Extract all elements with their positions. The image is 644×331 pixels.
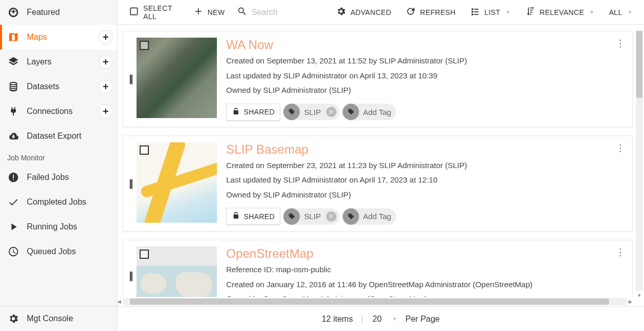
add-dataset-button[interactable]: +: [98, 79, 113, 94]
sidebar-item-featured[interactable]: Featured: [0, 0, 117, 25]
caret-down-icon: ▼: [505, 9, 511, 15]
list-view-dropdown[interactable]: LIST ▼: [464, 3, 517, 21]
card-menu-icon[interactable]: ⋮: [616, 142, 625, 154]
plus-icon: [193, 6, 204, 18]
sidebar-label: Failed Jobs: [27, 173, 69, 182]
plug-icon: [7, 105, 20, 118]
updated-text: Last updated by SLIP Administrator on Ap…: [226, 174, 624, 186]
scrollbar-thumb[interactable]: [130, 299, 609, 305]
sidebar-item-failed-jobs[interactable]: Failed Jobs: [0, 165, 117, 190]
map-thumbnail[interactable]: [137, 142, 217, 223]
sidebar-label: Queued Jobs: [27, 247, 76, 256]
scroll-down-icon[interactable]: ▼: [636, 292, 643, 299]
refresh-label: REFRESH: [420, 8, 455, 16]
list-icon: [470, 6, 480, 18]
add-map-button[interactable]: +: [98, 30, 113, 44]
play-icon: [7, 221, 20, 233]
sidebar-item-dataset-export[interactable]: Dataset Export: [0, 124, 117, 148]
remove-tag-icon[interactable]: ✕: [326, 107, 336, 117]
owned-text: Owned by OpenStreetMap Administrator (Op…: [226, 293, 624, 297]
card-menu-icon[interactable]: ⋮: [616, 38, 625, 49]
gear-icon: [336, 6, 346, 18]
add-tag-chip[interactable]: Add Tag: [343, 208, 397, 225]
map-card[interactable]: ∥ SLIP Basemap Created on September 23, …: [123, 136, 633, 232]
per-page-value[interactable]: 20: [371, 315, 383, 324]
sidebar-item-connections[interactable]: Connections +: [0, 99, 117, 124]
add-tag-label: Add Tag: [359, 108, 397, 117]
select-checkbox[interactable]: [140, 145, 149, 155]
sidebar-item-maps[interactable]: Maps +: [0, 25, 117, 49]
select-all-button[interactable]: SELECT ALL: [123, 1, 185, 24]
map-thumbnail[interactable]: [137, 246, 217, 297]
scroll-right-icon[interactable]: ▶: [626, 298, 634, 305]
add-tag-label: Add Tag: [359, 212, 397, 221]
sidebar-item-queued-jobs[interactable]: Queued Jobs: [0, 239, 117, 264]
per-page-label: Per Page: [405, 315, 440, 324]
sidebar-label: Featured: [27, 8, 60, 17]
map-title[interactable]: WA Now: [226, 38, 624, 52]
sidebar-label: Mgt Console: [27, 314, 73, 323]
tag-icon: [283, 104, 300, 120]
error-icon: [7, 171, 20, 184]
drag-handle-icon[interactable]: ∥: [126, 246, 135, 297]
toolbar: SELECT ALL NEW ADVANCED REFRESH LIST: [117, 0, 644, 25]
divider: |: [361, 315, 363, 324]
sidebar-item-running-jobs[interactable]: Running Jobs: [0, 214, 117, 239]
scrollbar-thumb[interactable]: [636, 31, 642, 98]
search-field[interactable]: [233, 4, 326, 20]
map-thumbnail[interactable]: [137, 38, 217, 118]
tag-label: SLIP: [300, 212, 326, 221]
search-input[interactable]: [251, 8, 318, 17]
updated-text: Last updated by SLIP Administrator on Ap…: [226, 70, 624, 82]
sidebar-item-mgt-console[interactable]: Mgt Console: [0, 306, 117, 331]
refresh-button[interactable]: REFRESH: [399, 3, 462, 21]
advanced-button[interactable]: ADVANCED: [330, 3, 397, 21]
card-menu-icon[interactable]: ⋮: [616, 246, 625, 258]
sidebar-item-completed-jobs[interactable]: Completed Jobs: [0, 190, 117, 214]
svg-rect-2: [13, 179, 14, 180]
refresh-icon: [405, 6, 416, 18]
drag-handle-icon[interactable]: ∥: [126, 142, 135, 225]
tag-chip[interactable]: SLIP ✕: [283, 104, 340, 120]
sidebar-item-datasets[interactable]: Datasets +: [0, 74, 117, 99]
horizontal-scrollbar[interactable]: ◀ ▶: [123, 298, 626, 305]
add-layer-button[interactable]: +: [98, 55, 113, 69]
tag-chip[interactable]: SLIP ✕: [283, 208, 340, 225]
clock-icon: [7, 245, 20, 258]
sort-dropdown[interactable]: RELEVANCE ▼: [519, 3, 601, 21]
layers-icon: [7, 56, 20, 68]
map-title[interactable]: SLIP Basemap: [226, 142, 624, 157]
map-card[interactable]: ∥ OpenStreetMap Reference ID: map-osm-pu…: [123, 240, 633, 297]
sort-label: RELEVANCE: [539, 8, 584, 16]
drag-handle-icon[interactable]: ∥: [126, 38, 135, 121]
created-text: Created on September 23, 2021 at 11:23 b…: [226, 160, 624, 172]
caret-down-icon[interactable]: ▼: [392, 316, 397, 322]
sidebar-item-layers[interactable]: Layers +: [0, 49, 117, 74]
remove-tag-icon[interactable]: ✕: [326, 211, 336, 222]
shared-button[interactable]: SHARED: [226, 208, 280, 225]
shared-button[interactable]: SHARED: [226, 104, 280, 121]
search-icon: [237, 6, 247, 18]
shared-label: SHARED: [244, 108, 275, 116]
unlock-icon: [232, 107, 240, 117]
filter-all-dropdown[interactable]: ALL ▼: [603, 5, 639, 20]
add-connection-button[interactable]: +: [98, 104, 113, 119]
pagination-footer: 12 items | 20 ▼ Per Page: [117, 306, 644, 331]
scroll-left-icon[interactable]: ◀: [117, 298, 123, 305]
sidebar-label: Connections: [27, 107, 73, 116]
add-tag-chip[interactable]: Add Tag: [343, 104, 397, 120]
reference-text: Reference ID: map-osm-public: [226, 264, 624, 276]
vertical-scrollbar[interactable]: ▼: [636, 30, 643, 291]
caret-down-icon: ▼: [589, 9, 595, 15]
select-checkbox[interactable]: [140, 41, 149, 50]
new-button[interactable]: NEW: [187, 3, 231, 21]
map-title[interactable]: OpenStreetMap: [226, 246, 624, 261]
sidebar-label: Layers: [27, 57, 52, 67]
sidebar-label: Datasets: [27, 82, 59, 91]
database-icon: [7, 80, 20, 93]
select-checkbox[interactable]: [140, 250, 149, 259]
cloud-download-icon: [7, 130, 20, 142]
filter-label: ALL: [609, 8, 622, 16]
map-icon: [7, 31, 20, 43]
map-card[interactable]: ∥ WA Now Created on September 13, 2021 a…: [123, 31, 633, 127]
